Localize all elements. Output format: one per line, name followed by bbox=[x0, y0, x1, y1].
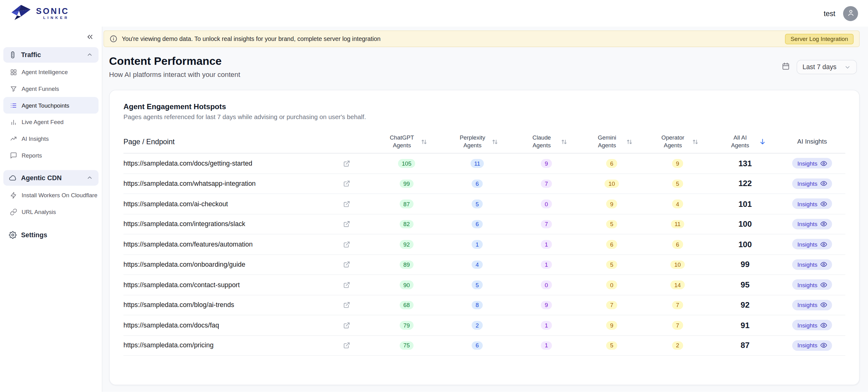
chatgpt-agents-badge: 105 bbox=[398, 159, 415, 168]
sidebar-item-label: Install Workers On Cloudflare bbox=[22, 192, 98, 198]
external-link-icon[interactable] bbox=[342, 220, 351, 229]
operator-agents-badge: 11 bbox=[671, 220, 685, 229]
sort-icon[interactable] bbox=[625, 138, 632, 145]
external-link-icon[interactable] bbox=[342, 199, 351, 208]
page-url: https://sampledata.com/onboarding/guide bbox=[124, 260, 245, 268]
eye-icon bbox=[820, 241, 827, 248]
sort-icon[interactable] bbox=[559, 138, 567, 145]
table-row: https://sampledata.com/docs/faq 79 2 1 9… bbox=[124, 315, 845, 336]
sidebar-item-settings[interactable]: Settings bbox=[3, 227, 98, 244]
sidebar-nav: Traffic Agent Intelligence bbox=[0, 45, 102, 244]
page-url: https://sampledata.com/blog/ai-trends bbox=[124, 301, 235, 309]
info-icon bbox=[110, 35, 117, 43]
table-row: https://sampledata.com/blog/ai-trends 68… bbox=[124, 295, 845, 315]
eye-icon bbox=[820, 160, 827, 167]
agent-engagement-card: Agent Engagement Hotspots Pages agents r… bbox=[109, 90, 860, 385]
external-link-icon[interactable] bbox=[342, 260, 351, 269]
date-picker-button[interactable] bbox=[780, 61, 791, 73]
sidebar-item-install-workers[interactable]: Install Workers On Cloudflare bbox=[3, 187, 98, 203]
insights-button[interactable]: Insights bbox=[793, 279, 832, 290]
chatgpt-agents-badge: 99 bbox=[400, 179, 414, 188]
insights-button[interactable]: Insights bbox=[793, 198, 832, 209]
insights-button[interactable]: Insights bbox=[793, 340, 832, 351]
chevron-up-icon bbox=[86, 52, 93, 58]
column-header-gemini-agents[interactable]: Gemini Agents bbox=[580, 134, 644, 149]
table-row: https://sampledata.com/docs/getting-star… bbox=[124, 153, 845, 174]
sidebar-section-agentic-cdn[interactable]: Agentic CDN bbox=[3, 170, 98, 186]
user-avatar[interactable] bbox=[843, 6, 858, 21]
insights-button[interactable]: Insights bbox=[793, 219, 832, 229]
sidebar-section-traffic[interactable]: Traffic bbox=[3, 47, 98, 63]
message-icon bbox=[10, 152, 17, 159]
page-title: Content Performance bbox=[109, 55, 240, 67]
external-link-icon[interactable] bbox=[342, 280, 351, 289]
insights-button[interactable]: Insights bbox=[793, 158, 832, 169]
operator-agents-badge: 10 bbox=[670, 260, 685, 269]
operator-agents-badge: 9 bbox=[672, 159, 683, 168]
sidebar-item-label: AI Insights bbox=[22, 135, 49, 142]
external-link-icon[interactable] bbox=[342, 159, 351, 168]
grid-icon bbox=[10, 68, 17, 76]
claude-agents-badge: 9 bbox=[541, 159, 552, 168]
date-range-select[interactable]: Last 7 days bbox=[797, 60, 857, 74]
claude-agents-badge: 7 bbox=[541, 220, 552, 229]
sidebar-item-label: Reports bbox=[22, 152, 42, 159]
sidebar-item-url-analysis[interactable]: URL Analysis bbox=[3, 203, 98, 220]
column-header-operator-agents[interactable]: Operator Agents bbox=[644, 134, 711, 149]
perplexity-agents-badge: 5 bbox=[472, 199, 483, 208]
card-title: Agent Engagement Hotspots bbox=[124, 103, 845, 111]
external-link-icon[interactable] bbox=[342, 301, 351, 309]
chatgpt-agents-badge: 90 bbox=[400, 280, 414, 289]
claude-agents-badge: 1 bbox=[541, 240, 552, 249]
page-url: https://sampledata.com/whatsapp-integrat… bbox=[124, 179, 256, 187]
all-ai-agents-total: 122 bbox=[711, 179, 779, 188]
table-row: https://sampledata.com/features/automati… bbox=[124, 234, 845, 255]
column-header-all-ai-agents[interactable]: All AI Agents bbox=[711, 134, 779, 149]
perplexity-agents-badge: 1 bbox=[472, 240, 483, 249]
column-header-claude-agents[interactable]: Claude Agents bbox=[513, 134, 580, 149]
column-header-perplexity-agents[interactable]: Perplexity Agents bbox=[441, 134, 513, 149]
funnel-icon bbox=[10, 85, 17, 92]
sort-icon[interactable] bbox=[690, 138, 698, 145]
insights-button[interactable]: Insights bbox=[793, 178, 832, 189]
sidebar-item-live-agent-feed[interactable]: Live Agent Feed bbox=[3, 113, 98, 130]
gemini-agents-badge: 6 bbox=[606, 159, 617, 168]
card-subtitle: Pages agents referenced for last 7 days … bbox=[124, 113, 845, 120]
sidebar-collapse-button[interactable] bbox=[85, 32, 95, 44]
sonic-linker-logo-icon bbox=[10, 3, 32, 24]
main-content: You're viewing demo data. To unlock real… bbox=[102, 27, 868, 392]
page-url: https://sampledata.com/pricing bbox=[124, 341, 214, 349]
external-link-icon[interactable] bbox=[342, 321, 351, 330]
insights-label: Insights bbox=[797, 180, 817, 187]
insights-button[interactable]: Insights bbox=[793, 239, 832, 250]
operator-agents-badge: 7 bbox=[672, 301, 683, 309]
sort-desc-arrow-icon[interactable] bbox=[758, 138, 766, 145]
insights-label: Insights bbox=[797, 261, 817, 268]
external-link-icon[interactable] bbox=[342, 341, 351, 350]
external-link-icon[interactable] bbox=[342, 240, 351, 249]
insights-button[interactable]: Insights bbox=[793, 259, 832, 270]
sidebar-item-agent-funnels[interactable]: Agent Funnels bbox=[3, 80, 98, 97]
insights-label: Insights bbox=[797, 241, 817, 248]
settings-label: Settings bbox=[21, 231, 48, 239]
column-header-chatgpt-agents[interactable]: ChatGPT Agents bbox=[372, 134, 441, 149]
server-log-integration-button[interactable]: Server Log Integration bbox=[785, 33, 854, 44]
external-link-icon[interactable] bbox=[342, 179, 351, 188]
hotspots-table: Page / Endpoint ChatGPT Agents Perple bbox=[124, 130, 845, 356]
insights-label: Insights bbox=[797, 221, 817, 227]
table-body: https://sampledata.com/docs/getting-star… bbox=[124, 153, 845, 356]
sidebar-item-agent-intelligence[interactable]: Agent Intelligence bbox=[3, 64, 98, 81]
sort-icon[interactable] bbox=[420, 138, 428, 145]
sidebar-item-ai-insights[interactable]: AI Insights bbox=[3, 130, 98, 147]
sidebar-item-label: Agent Touchpoints bbox=[22, 102, 69, 109]
brand-logo: SONIC LINKER bbox=[10, 3, 69, 24]
brand-subname: LINKER bbox=[43, 16, 69, 20]
sort-icon[interactable] bbox=[490, 138, 498, 145]
sidebar-item-agent-touchpoints[interactable]: Agent Touchpoints bbox=[3, 97, 98, 114]
all-ai-agents-total: 100 bbox=[711, 220, 779, 229]
insights-button[interactable]: Insights bbox=[793, 320, 832, 331]
eye-icon bbox=[820, 221, 827, 227]
sidebar-item-reports[interactable]: Reports bbox=[3, 147, 98, 164]
insights-button[interactable]: Insights bbox=[793, 300, 832, 310]
chatgpt-agents-badge: 68 bbox=[400, 301, 414, 309]
